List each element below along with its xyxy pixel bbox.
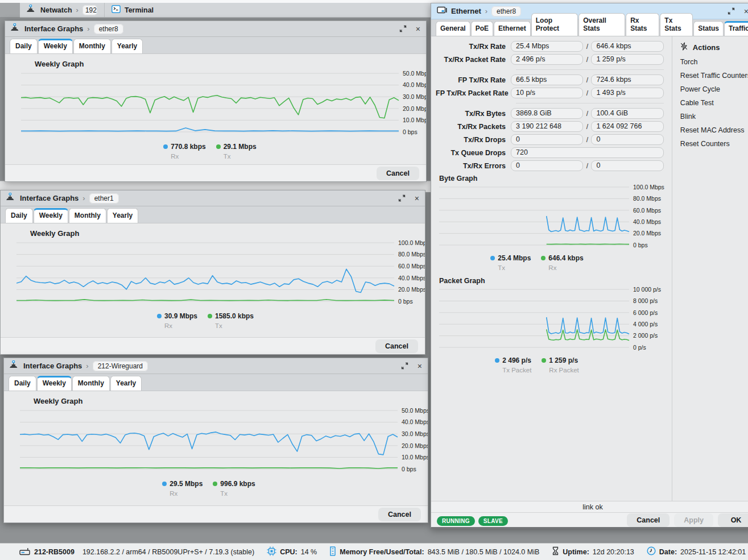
field-row-tx-rx-drops: Tx/Rx Drops0/0 [436, 134, 664, 145]
field-input-tx[interactable]: 0 [511, 160, 583, 171]
field-label: Tx/Rx Drops [436, 136, 511, 144]
field-input-rx[interactable]: 1 493 p/s [591, 88, 663, 98]
svg-text:20.0 Mbps: 20.0 Mbps [633, 230, 661, 237]
svg-text:40.0 Mbps: 40.0 Mbps [633, 218, 661, 225]
tab-monthly[interactable]: Monthly [73, 39, 111, 53]
action-power-cycle[interactable]: Power Cycle [680, 85, 748, 93]
breadcrumb-chevron-icon: › [485, 7, 487, 15]
field-input-rx[interactable]: 0 [591, 160, 663, 171]
field-input-tx[interactable]: 3869.8 GiB [511, 108, 583, 119]
field-input-rx[interactable]: 1 624 092 766 [591, 121, 663, 132]
svg-text:60.0 Mbps: 60.0 Mbps [398, 263, 425, 269]
field-input-rx[interactable]: 100.4 GiB [591, 108, 663, 119]
action-blink[interactable]: Blink [680, 113, 748, 121]
tab-weekly[interactable]: Weekly [38, 39, 73, 53]
router-identity: 212-RB5009 [19, 547, 75, 557]
legend-dot-icon [542, 358, 546, 363]
actions-header: Actions [680, 42, 748, 52]
tab-daily[interactable]: Daily [10, 39, 38, 53]
tab-tx-stats[interactable]: Tx Stats [660, 13, 693, 36]
field-input-tx[interactable]: 66.5 kbps [511, 74, 583, 85]
field-input-rx[interactable]: 0 [591, 134, 663, 145]
field-input-tx[interactable]: 0 [511, 134, 583, 145]
expand-window-icon[interactable] [398, 194, 406, 202]
tab-daily[interactable]: Daily [5, 208, 33, 223]
field-input-tx[interactable]: 720 [511, 147, 664, 158]
actions-list: TorchReset Traffic CountersPower CycleCa… [680, 58, 748, 148]
tab-ethernet[interactable]: Ethernet [494, 21, 531, 36]
netwatch-tab-label: Netwatch [40, 6, 72, 14]
ok-button[interactable]: OK [718, 513, 748, 527]
field-row-tx-rx-rate: Tx/Rx Rate25.4 Mbps/646.4 kbps [436, 41, 664, 52]
ethernet-tab-bar: GeneralPoEEthernetLoop ProtectOverall St… [431, 19, 748, 36]
field-label: FP Tx/Rx Packet Rate [436, 89, 511, 97]
field-group-divider [516, 103, 664, 103]
tab-general[interactable]: General [436, 21, 470, 36]
close-window-icon[interactable]: × [415, 194, 419, 202]
tab-monthly[interactable]: Monthly [72, 376, 110, 391]
field-input-tx[interactable]: 3 190 212 648 [511, 121, 583, 132]
weekly-graph-wireguard: 50.0 Mbps40.0 Mbps30.0 Mbps20.0 Mbps10.0… [20, 407, 428, 477]
tab-yearly[interactable]: Yearly [110, 376, 142, 391]
tab-weekly[interactable]: Weekly [34, 208, 68, 223]
legend-value: 770.8 kbps [171, 143, 205, 151]
tab-loop-protect[interactable]: Loop Protect [531, 13, 578, 36]
expand-window-icon[interactable] [728, 7, 735, 15]
field-input-tx[interactable]: 2 496 p/s [511, 54, 583, 65]
field-input-tx[interactable]: 10 p/s [511, 88, 583, 98]
cancel-button[interactable]: Cancel [375, 339, 418, 353]
close-window-icon[interactable]: × [416, 25, 420, 33]
uptime-value: 12d 20:20:13 [593, 548, 634, 556]
window-titlebar[interactable]: Interface Graphs › ether1 × [1, 190, 425, 206]
link-status: link ok [431, 501, 748, 512]
interface-graphs-icon [11, 23, 20, 34]
action-reset-traffic-counters[interactable]: Reset Traffic Counters [680, 72, 748, 80]
field-input-rx[interactable]: 724.6 kbps [591, 74, 663, 85]
window-title: Interface Graphs [24, 24, 83, 33]
actions-title: Actions [693, 43, 720, 52]
field-input-rx[interactable]: 1 259 p/s [591, 54, 663, 65]
field-input-tx[interactable]: 25.4 Mbps [511, 41, 583, 52]
expand-window-icon[interactable] [399, 25, 407, 32]
tab-poe[interactable]: PoE [471, 21, 493, 36]
top-tab-netwatch[interactable]: Netwatch › 192 [20, 3, 104, 17]
status-badges: RUNNINGSLAVE [437, 515, 511, 525]
field-input-rx[interactable]: 646.4 kbps [591, 41, 663, 52]
tab-weekly[interactable]: Weekly [37, 376, 72, 391]
ethernet-footer: RUNNINGSLAVE Cancel Apply OK [431, 512, 748, 527]
cancel-button[interactable]: Cancel [377, 167, 419, 180]
system-info-text: 192.168.2.2 / arm64 / RB5009UPr+S+ / 7.1… [82, 548, 254, 556]
tab-status[interactable]: Status [693, 21, 724, 36]
action-torch[interactable]: Torch [680, 58, 748, 66]
window-titlebar[interactable]: Interface Graphs › ether8 × [5, 21, 426, 37]
router-icon [19, 547, 31, 557]
tab-monthly[interactable]: Monthly [69, 208, 106, 223]
close-window-icon[interactable]: × [744, 7, 748, 15]
graph-content: Weekly Graph 100.0 Mbps80.0 Mbps60.0 Mbp… [1, 223, 425, 337]
tab-daily[interactable]: Daily [9, 376, 36, 391]
cpu-label: CPU: [280, 548, 297, 556]
cancel-button[interactable]: Cancel [378, 508, 421, 521]
field-label: Tx/Rx Packets [436, 123, 511, 131]
tab-yearly[interactable]: Yearly [111, 39, 143, 53]
traffic-field-rows: Tx/Rx Rate25.4 Mbps/646.4 kbpsTx/Rx Pack… [431, 41, 672, 171]
tab-yearly[interactable]: Yearly [107, 208, 138, 223]
svg-text:60.0 Mbps: 60.0 Mbps [633, 207, 661, 214]
apply-button[interactable]: Apply [674, 513, 713, 527]
tab-traffic[interactable]: Traffic [724, 21, 748, 36]
tab-rx-stats[interactable]: Rx Stats [626, 13, 659, 36]
netwatch-chip: 192 [82, 5, 97, 15]
field-row-tx-rx-errors: Tx/Rx Errors0/0 [436, 160, 664, 171]
action-reset-counters[interactable]: Reset Counters [680, 140, 748, 148]
top-tab-terminal[interactable]: Terminal [104, 3, 160, 17]
breadcrumb-chevron-icon: › [82, 194, 85, 202]
field-row-tx-rx-packets: Tx/Rx Packets3 190 212 648/1 624 092 766 [436, 121, 664, 132]
window-titlebar[interactable]: Interface Graphs › 212-Wireguard × [4, 358, 428, 374]
close-window-icon[interactable]: × [418, 362, 422, 370]
tab-overall-stats[interactable]: Overall Stats [578, 13, 625, 36]
cancel-button[interactable]: Cancel [627, 513, 670, 527]
action-reset-mac-address[interactable]: Reset MAC Address [680, 126, 748, 134]
legend-item-rx: 770.8 kbpsRx [163, 143, 205, 160]
action-cable-test[interactable]: Cable Test [680, 99, 748, 107]
expand-window-icon[interactable] [401, 362, 408, 370]
